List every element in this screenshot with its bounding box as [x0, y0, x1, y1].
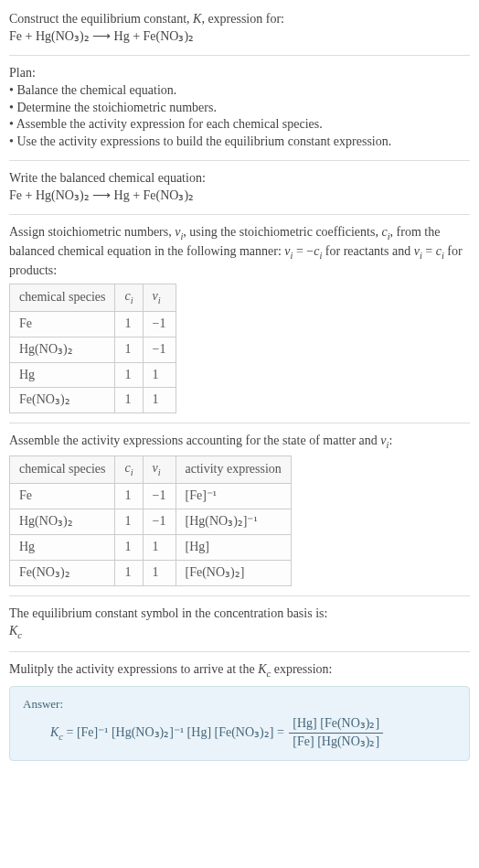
- multiply-block: Mulitply the activity expressions to arr…: [9, 661, 470, 761]
- table-row: Hg(NO₃)₂ 1 −1: [10, 337, 176, 362]
- table-row: Hg 1 1 [Hg]: [10, 535, 292, 561]
- activity-block: Assemble the activity expressions accoun…: [9, 433, 470, 586]
- table-row: Fe(NO₃)₂ 1 1 [Fe(NO₃)₂]: [10, 560, 292, 585]
- stoich-table: chemical species ci νi Fe 1 −1 Hg(NO₃)₂ …: [9, 284, 176, 414]
- col-activity: activity expression: [176, 456, 291, 484]
- cell-species: Hg: [10, 535, 115, 561]
- col-ci: ci: [115, 284, 143, 311]
- divider: [9, 423, 470, 423]
- activity-table: chemical species ci νi activity expressi…: [9, 455, 292, 586]
- cell-activity: [Hg]: [176, 535, 291, 561]
- intro-equation: Fe + Hg(NO₃)₂ ⟶ Hg + Fe(NO₃)₂: [9, 28, 470, 46]
- table-row: Hg 1 1: [10, 362, 176, 388]
- plan-item: • Use the activity expressions to build …: [9, 134, 470, 151]
- plan-item: • Assemble the activity expression for e…: [9, 116, 470, 134]
- cell-species: Hg: [10, 362, 115, 388]
- divider: [9, 214, 470, 215]
- table-row: Hg(NO₃)₂ 1 −1 [Hg(NO₃)₂]⁻¹: [10, 509, 292, 535]
- cell-species: Fe: [10, 311, 115, 337]
- cell-ci: 1: [115, 311, 143, 337]
- col-vi: νi: [143, 284, 176, 311]
- cell-vi: 1: [143, 560, 176, 585]
- assign-text: Assign stoichiometric numbers, νi, using…: [9, 224, 470, 280]
- plan-block: Plan: • Balance the chemical equation. •…: [9, 65, 470, 151]
- divider: [9, 595, 470, 596]
- col-species: chemical species: [10, 284, 115, 311]
- cell-vi: 1: [143, 362, 176, 388]
- divider: [9, 651, 470, 652]
- multiply-text: Mulitply the activity expressions to arr…: [9, 661, 470, 680]
- table-row: Fe(NO₃)₂ 1 1: [10, 388, 176, 413]
- cell-ci: 1: [115, 509, 143, 535]
- cell-vi: −1: [143, 337, 176, 362]
- activity-text: Assemble the activity expressions accoun…: [9, 433, 470, 452]
- cell-ci: 1: [115, 337, 143, 362]
- cell-species: Hg(NO₃)₂: [10, 509, 115, 535]
- cell-species: Fe(NO₃)₂: [10, 388, 115, 413]
- answer-expression: Kc = [Fe]⁻¹ [Hg(NO₃)₂]⁻¹ [Hg] [Fe(NO₃)₂]…: [23, 715, 456, 751]
- cell-ci: 1: [115, 560, 143, 585]
- symbol-line1: The equilibrium constant symbol in the c…: [9, 605, 470, 623]
- cell-species: Hg(NO₃)₂: [10, 337, 115, 362]
- balanced-block: Write the balanced chemical equation: Fe…: [9, 170, 470, 205]
- divider: [9, 55, 470, 56]
- table-row: chemical species ci νi: [10, 284, 176, 311]
- col-ci: ci: [115, 456, 143, 484]
- cell-vi: −1: [143, 484, 176, 509]
- table-row: Fe 1 −1: [10, 311, 176, 337]
- plan-item: • Balance the chemical equation.: [9, 82, 470, 100]
- balanced-heading: Write the balanced chemical equation:: [9, 170, 470, 188]
- table-row: chemical species ci νi activity expressi…: [10, 456, 292, 484]
- intro-block: Construct the equilibrium constant, K, e…: [9, 11, 470, 46]
- divider: [9, 160, 470, 161]
- cell-vi: 1: [143, 535, 176, 561]
- fraction-den: [Fe] [Hg(NO₃)₂]: [289, 734, 383, 751]
- cell-ci: 1: [115, 535, 143, 561]
- intro-title: Construct the equilibrium constant, K, e…: [9, 11, 470, 28]
- plan-item: • Determine the stoichiometric numbers.: [9, 100, 470, 117]
- cell-vi: −1: [143, 311, 176, 337]
- cell-vi: 1: [143, 388, 176, 413]
- fraction-num: [Hg] [Fe(NO₃)₂]: [289, 715, 383, 734]
- symbol-block: The equilibrium constant symbol in the c…: [9, 605, 470, 642]
- cell-ci: 1: [115, 388, 143, 413]
- cell-activity: [Fe(NO₃)₂]: [176, 560, 291, 585]
- balanced-equation: Fe + Hg(NO₃)₂ ⟶ Hg + Fe(NO₃)₂: [9, 188, 470, 205]
- cell-ci: 1: [115, 362, 143, 388]
- answer-label: Answer:: [23, 696, 456, 713]
- cell-species: Fe: [10, 484, 115, 509]
- answer-box: Answer: Kc = [Fe]⁻¹ [Hg(NO₃)₂]⁻¹ [Hg] [F…: [9, 686, 470, 761]
- cell-activity: [Hg(NO₃)₂]⁻¹: [176, 509, 291, 535]
- cell-activity: [Fe]⁻¹: [176, 484, 291, 509]
- cell-ci: 1: [115, 484, 143, 509]
- col-vi: νi: [143, 456, 176, 484]
- assign-block: Assign stoichiometric numbers, νi, using…: [9, 224, 470, 413]
- table-row: Fe 1 −1 [Fe]⁻¹: [10, 484, 292, 509]
- col-species: chemical species: [10, 456, 115, 484]
- cell-vi: −1: [143, 509, 176, 535]
- plan-heading: Plan:: [9, 65, 470, 82]
- fraction: [Hg] [Fe(NO₃)₂] [Fe] [Hg(NO₃)₂]: [289, 715, 383, 751]
- cell-species: Fe(NO₃)₂: [10, 560, 115, 585]
- symbol-kc: Kc: [9, 623, 470, 642]
